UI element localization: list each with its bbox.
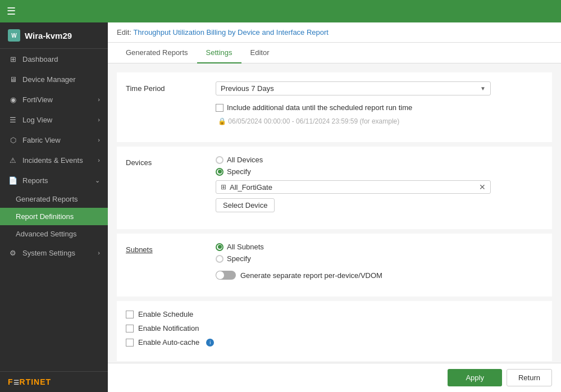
device-manager-icon: 🖥 — [8, 74, 18, 84]
report-title: Throughput Utilization Billing by Device… — [133, 28, 329, 37]
autocache-info-icon[interactable]: i — [206, 339, 214, 347]
content-body: Time Period Previous 7 Days ▼ Include ad… — [108, 63, 561, 363]
top-bar: ☰ — [0, 0, 561, 22]
sidebar-item-label: Log View — [22, 116, 52, 124]
log-view-icon: ☰ — [8, 115, 18, 125]
include-data-checkbox[interactable] — [216, 104, 224, 112]
radio-circle-specify-subnets — [216, 255, 224, 263]
enable-autocache-label[interactable]: Enable Auto-cache i — [126, 338, 214, 347]
fortinet-logo: F☰RTINET — [8, 377, 100, 386]
time-period-section: Time Period Previous 7 Days ▼ Include ad… — [117, 72, 552, 142]
radio-circle-specify — [216, 168, 224, 176]
time-period-control: Previous 7 Days ▼ — [216, 81, 543, 95]
sidebar-item-label: Fabric View — [22, 136, 61, 144]
subnets-control: All Subnets Specify — [216, 243, 543, 263]
sidebar-item-report-definitions[interactable]: Report Definitions — [0, 208, 108, 225]
chevron-right-icon: › — [98, 157, 100, 163]
chevron-right-icon: › — [98, 96, 100, 103]
edit-label: Edit: — [117, 28, 131, 37]
sidebar-item-label: Dashboard — [22, 55, 58, 63]
radio-all-devices[interactable]: All Devices — [216, 156, 543, 164]
sidebar-item-label: FortiView — [22, 95, 53, 104]
tab-generated-reports[interactable]: Generated Reports — [117, 43, 197, 63]
chevron-right-icon: › — [98, 116, 100, 123]
devices-label: Devices — [126, 156, 216, 167]
sidebar-item-label: Device Manager — [22, 75, 76, 84]
generate-separate-label: Generate separate report per-device/VDOM — [240, 271, 382, 280]
subnets-row: Subnets All Subnets Specify — [126, 243, 543, 263]
app-name: Wira-kvm29 — [25, 31, 72, 40]
sidebar-item-dashboard[interactable]: ⊞ Dashboard — [0, 49, 108, 69]
chevron-right-icon: › — [98, 249, 100, 256]
devices-row: Devices All Devices Specify — [126, 156, 543, 212]
enable-notification-checkbox[interactable] — [126, 325, 134, 332]
device-tag-text: All_FortiGate — [230, 183, 475, 192]
enable-schedule-label[interactable]: Enable Schedule — [126, 310, 193, 318]
sidebar-item-reports[interactable]: 📄 Reports ⌄ — [0, 170, 108, 190]
sidebar-sub-item-label: Report Definitions — [16, 212, 74, 221]
sidebar-item-incidents-events[interactable]: ⚠ Incidents & Events › — [0, 150, 108, 170]
chevron-down-icon: ⌄ — [95, 177, 100, 184]
time-period-row: Time Period Previous 7 Days ▼ — [126, 81, 543, 95]
sidebar-item-label: System Settings — [22, 249, 75, 257]
device-tag: ⊞ All_FortiGate ✕ — [216, 180, 491, 194]
sidebar-item-log-view[interactable]: ☰ Log View › — [0, 110, 108, 130]
enable-notification-label[interactable]: Enable Notification — [126, 324, 199, 332]
apply-button[interactable]: Apply — [448, 369, 502, 386]
sidebar-item-label: Incidents & Events — [22, 156, 83, 165]
radio-specify-subnets[interactable]: Specify — [216, 254, 543, 263]
sidebar-sub-item-label: Advanced Settings — [16, 230, 76, 238]
sidebar-item-fabric-view[interactable]: ⬡ Fabric View › — [0, 130, 108, 150]
generate-separate-toggle[interactable] — [216, 271, 236, 280]
select-device-button[interactable]: Select Device — [216, 198, 275, 212]
radio-specify-devices[interactable]: Specify — [216, 167, 543, 176]
main-layout: W Wira-kvm29 ⊞ Dashboard 🖥 Device Manage… — [0, 22, 561, 392]
enable-schedule-row: Enable Schedule — [126, 310, 543, 318]
date-hint: 🔒 06/05/2024 00:00:00 - 06/11/2024 23:59… — [216, 117, 399, 125]
tab-settings[interactable]: Settings — [197, 43, 241, 63]
bottom-bar: Apply Return — [108, 363, 561, 392]
device-tag-icon: ⊞ — [221, 183, 226, 191]
content-header: Edit: Throughput Utilization Billing by … — [108, 22, 561, 43]
system-settings-icon: ⚙ — [8, 248, 18, 258]
fabric-view-icon: ⬡ — [8, 135, 18, 145]
sidebar-item-system-settings[interactable]: ⚙ System Settings › — [0, 243, 108, 263]
subnets-label[interactable]: Subnets — [126, 243, 216, 254]
tab-bar: Generated Reports Settings Editor — [108, 43, 561, 63]
sidebar-item-device-manager[interactable]: 🖥 Device Manager — [0, 69, 108, 89]
generate-separate-row: Generate separate report per-device/VDOM — [126, 271, 543, 288]
sidebar: W Wira-kvm29 ⊞ Dashboard 🖥 Device Manage… — [0, 22, 108, 392]
time-period-value: Previous 7 Days — [221, 84, 480, 93]
include-data-label: Include additional data until the schedu… — [227, 103, 412, 112]
content-area: Edit: Throughput Utilization Billing by … — [108, 22, 561, 392]
devices-section: Devices All Devices Specify — [117, 147, 552, 229]
radio-circle-all-subnets — [216, 243, 224, 251]
logo-icon: W — [8, 29, 20, 42]
sidebar-item-fortiview[interactable]: ◉ FortiView › — [0, 89, 108, 110]
schedule-section: Enable Schedule Enable Notification Enab… — [117, 301, 552, 361]
dropdown-arrow-icon: ▼ — [480, 85, 486, 92]
reports-icon: 📄 — [8, 175, 18, 185]
sidebar-item-advanced-settings[interactable]: Advanced Settings — [0, 225, 108, 243]
incidents-icon: ⚠ — [8, 155, 18, 165]
sidebar-sub-item-label: Generated Reports — [16, 195, 78, 203]
enable-notification-row: Enable Notification — [126, 324, 543, 332]
sidebar-item-generated-reports[interactable]: Generated Reports — [0, 190, 108, 208]
chevron-right-icon: › — [98, 136, 100, 143]
app-logo: W Wira-kvm29 — [0, 22, 108, 49]
tab-editor[interactable]: Editor — [241, 43, 279, 63]
radio-all-subnets[interactable]: All Subnets — [216, 243, 543, 251]
include-data-control: Include additional data until the schedu… — [216, 103, 543, 112]
subnets-section: Subnets All Subnets Specify — [117, 234, 552, 297]
time-period-select[interactable]: Previous 7 Days ▼ — [216, 81, 491, 95]
return-button[interactable]: Return — [507, 369, 552, 386]
sidebar-footer: F☰RTINET — [0, 371, 108, 392]
enable-autocache-row: Enable Auto-cache i — [126, 338, 543, 347]
hamburger-icon[interactable]: ☰ — [7, 5, 16, 17]
sidebar-item-label: Reports — [22, 176, 48, 185]
enable-autocache-checkbox[interactable] — [126, 339, 134, 347]
enable-schedule-checkbox[interactable] — [126, 311, 134, 318]
time-period-label: Time Period — [126, 81, 216, 93]
device-tag-close-icon[interactable]: ✕ — [479, 183, 486, 192]
dashboard-icon: ⊞ — [8, 54, 18, 64]
